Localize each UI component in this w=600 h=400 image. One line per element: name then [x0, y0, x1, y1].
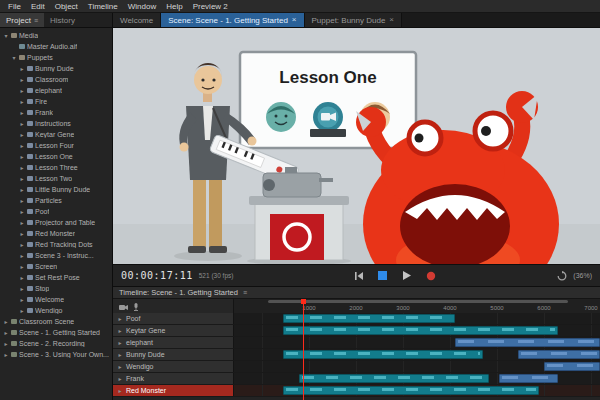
- chevron-right-icon[interactable]: ▸: [19, 77, 25, 83]
- chevron-right-icon[interactable]: ▸: [19, 165, 25, 171]
- stop-button[interactable]: [377, 271, 389, 281]
- chevron-right-icon[interactable]: ▸: [19, 110, 25, 116]
- track-lane[interactable]: [233, 337, 600, 348]
- chevron-right-icon[interactable]: ▸: [19, 132, 25, 138]
- chevron-right-icon[interactable]: ▸: [19, 242, 25, 248]
- chevron-right-icon[interactable]: ▸: [19, 198, 25, 204]
- track-lane[interactable]: [233, 313, 600, 324]
- menu-item-preview-2[interactable]: Preview 2: [188, 2, 233, 11]
- chevron-right-icon[interactable]: ▸: [117, 364, 123, 370]
- chevron-right-icon[interactable]: ▸: [19, 66, 25, 72]
- chevron-right-icon[interactable]: ▸: [3, 330, 9, 336]
- close-icon[interactable]: ×: [389, 16, 394, 24]
- timeline-clip[interactable]: [499, 374, 558, 383]
- chevron-right-icon[interactable]: ▸: [117, 376, 123, 382]
- track-lane[interactable]: [233, 325, 600, 336]
- tree-item[interactable]: ▾Media: [0, 30, 112, 41]
- timeline-clip[interactable]: [455, 338, 600, 347]
- chevron-right-icon[interactable]: ▸: [19, 264, 25, 270]
- chevron-right-icon[interactable]: ▸: [19, 231, 25, 237]
- chevron-right-icon[interactable]: ▸: [19, 176, 25, 182]
- menu-item-object[interactable]: Object: [50, 2, 83, 11]
- timeline-clip[interactable]: [283, 314, 455, 323]
- menu-item-window[interactable]: Window: [123, 2, 161, 11]
- tree-item[interactable]: ▸elephant: [0, 85, 112, 96]
- track-lane[interactable]: [233, 361, 600, 372]
- tree-item[interactable]: ▸Particles: [0, 195, 112, 206]
- tree-item[interactable]: ▸Scene - 1. Getting Started: [0, 327, 112, 338]
- record-button[interactable]: [425, 271, 437, 281]
- chevron-down-icon[interactable]: ▾: [11, 55, 17, 61]
- track-label[interactable]: ▸Bunny Dude: [113, 349, 233, 360]
- tree-item[interactable]: ▸Red Tracking Dots: [0, 239, 112, 250]
- tree-item[interactable]: Master Audio.aif: [0, 41, 112, 52]
- tree-item[interactable]: ▸Projector and Table: [0, 217, 112, 228]
- refresh-icon[interactable]: [556, 271, 568, 281]
- timeline-clip[interactable]: [283, 386, 539, 395]
- tree-item[interactable]: ▸Bunny Dude: [0, 63, 112, 74]
- tree-item[interactable]: ▸Classroom: [0, 74, 112, 85]
- track-label[interactable]: ▸Wendigo: [113, 361, 233, 372]
- doc-tab-1[interactable]: Scene: Scene - 1. Getting Started×: [161, 13, 304, 27]
- tree-item[interactable]: ▾Puppets: [0, 52, 112, 63]
- chevron-right-icon[interactable]: ▸: [19, 143, 25, 149]
- timeline-ruler[interactable]: 1000200030004000500060007000: [233, 299, 600, 313]
- tree-item[interactable]: ▸Classroom Scene: [0, 316, 112, 327]
- panel-tab-history[interactable]: History: [44, 13, 81, 27]
- tree-item[interactable]: ▸Stop: [0, 283, 112, 294]
- track-label[interactable]: ▸elephant: [113, 337, 233, 348]
- tree-item[interactable]: ▸Lesson One: [0, 151, 112, 162]
- timeline-clip[interactable]: [518, 350, 600, 359]
- tree-item[interactable]: ▸Instructions: [0, 118, 112, 129]
- track-label[interactable]: ▸Poof: [113, 313, 233, 324]
- tree-item[interactable]: ▸Lesson Three: [0, 162, 112, 173]
- zoom-level[interactable]: (36%): [573, 272, 592, 279]
- scene-canvas[interactable]: Lesson One: [113, 28, 600, 264]
- chevron-right-icon[interactable]: ▸: [19, 99, 25, 105]
- doc-tab-0[interactable]: Welcome: [113, 13, 161, 27]
- menu-item-edit[interactable]: Edit: [26, 2, 50, 11]
- track-label[interactable]: ▸Red Monster: [113, 385, 233, 396]
- tree-item[interactable]: ▸Scene - 3. Using Your Own...: [0, 349, 112, 360]
- chevron-right-icon[interactable]: ▸: [19, 220, 25, 226]
- track-lane[interactable]: [233, 349, 600, 360]
- timeline-clip[interactable]: [544, 362, 600, 371]
- timeline-menu-icon[interactable]: ≡: [243, 289, 247, 296]
- tree-item[interactable]: ▸Poof: [0, 206, 112, 217]
- timeline-clip[interactable]: [283, 350, 483, 359]
- chevron-right-icon[interactable]: ▸: [3, 352, 9, 358]
- menu-item-help[interactable]: Help: [161, 2, 187, 11]
- timeline-clip[interactable]: [283, 326, 558, 335]
- tree-item[interactable]: ▸Wendigo: [0, 305, 112, 316]
- menu-item-file[interactable]: File: [3, 2, 26, 11]
- whiteboard[interactable]: Lesson One: [240, 52, 416, 148]
- track-label[interactable]: ▸Frank: [113, 373, 233, 384]
- chevron-right-icon[interactable]: ▸: [19, 297, 25, 303]
- chevron-right-icon[interactable]: ▸: [19, 88, 25, 94]
- panel-tab-project[interactable]: Project≡: [0, 13, 44, 27]
- menu-item-timeline[interactable]: Timeline: [83, 2, 123, 11]
- go-to-start-button[interactable]: [353, 271, 365, 281]
- timeline-hscrollbar[interactable]: [268, 300, 568, 303]
- chevron-right-icon[interactable]: ▸: [117, 328, 123, 334]
- chevron-right-icon[interactable]: ▸: [3, 319, 9, 325]
- chevron-right-icon[interactable]: ▸: [19, 308, 25, 314]
- track-lane[interactable]: [233, 385, 600, 396]
- chevron-right-icon[interactable]: ▸: [117, 316, 123, 322]
- play-button[interactable]: [401, 271, 413, 281]
- chevron-right-icon[interactable]: ▸: [19, 154, 25, 160]
- panel-menu-icon[interactable]: ≡: [34, 17, 38, 24]
- chevron-right-icon[interactable]: ▸: [19, 121, 25, 127]
- tree-item[interactable]: ▸Screen: [0, 261, 112, 272]
- chevron-right-icon[interactable]: ▸: [3, 341, 9, 347]
- chevron-right-icon[interactable]: ▸: [19, 253, 25, 259]
- tree-item[interactable]: ▸Scene 3 - Instruc...: [0, 250, 112, 261]
- timeline-clip[interactable]: [299, 374, 489, 383]
- tree-item[interactable]: ▸Set Rest Pose: [0, 272, 112, 283]
- tree-item[interactable]: ▸Lesson Four: [0, 140, 112, 151]
- chevron-right-icon[interactable]: ▸: [19, 209, 25, 215]
- playhead[interactable]: [303, 299, 304, 400]
- chevron-down-icon[interactable]: ▾: [3, 33, 9, 39]
- doc-tab-2[interactable]: Puppet: Bunny Dude×: [305, 13, 403, 27]
- chevron-right-icon[interactable]: ▸: [117, 352, 123, 358]
